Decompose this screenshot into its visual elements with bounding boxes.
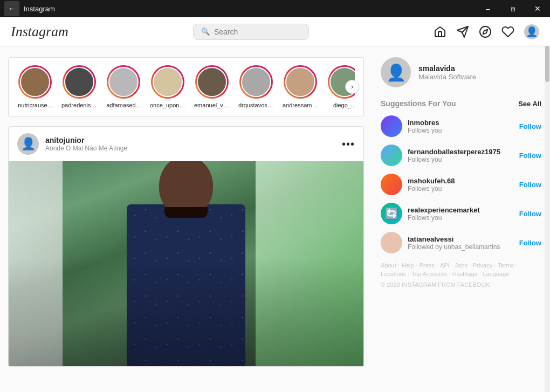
post-more-button[interactable]: ••• bbox=[342, 138, 355, 150]
suggestion-username: inmobres bbox=[408, 119, 514, 127]
profile-avatar-nav[interactable]: 👤 bbox=[524, 24, 539, 39]
post-user[interactable]: 👤 anitojunior Aonde O Mal Não Me Atinge bbox=[17, 133, 127, 155]
footer-link-terms[interactable]: Terms bbox=[498, 262, 517, 269]
story-item[interactable]: nutricrause... bbox=[17, 65, 53, 108]
svg-point-2 bbox=[480, 26, 491, 37]
sidebar-profile-info: smalavida Malavida Software bbox=[418, 64, 476, 81]
maximize-button[interactable]: ⧈ bbox=[500, 0, 525, 17]
footer-copyright: © 2020 INSTAGRAM FROM FACEBOOK bbox=[381, 281, 541, 288]
suggestion-item: mshokufeh.68 Follows you Follow bbox=[381, 174, 541, 195]
search-input[interactable] bbox=[214, 27, 301, 36]
story-username: nutricrause... bbox=[18, 102, 52, 108]
story-username: adfamased... bbox=[106, 102, 141, 108]
close-button[interactable]: ✕ bbox=[525, 0, 550, 17]
feed: nutricrause... padredenisri... adfamased… bbox=[0, 46, 372, 392]
footer-link-locations[interactable]: Locations bbox=[381, 271, 409, 277]
story-item[interactable]: adfamased... bbox=[106, 65, 141, 108]
scrollbar-track[interactable] bbox=[545, 46, 550, 392]
titlebar-controls: – ⧈ ✕ bbox=[476, 0, 550, 17]
follow-button[interactable]: Follow bbox=[519, 122, 541, 130]
story-item[interactable]: emanuel_ve... bbox=[194, 65, 230, 108]
story-username: padredenisri... bbox=[61, 102, 97, 108]
story-username: diego_... bbox=[333, 102, 355, 108]
story-avatar-ring bbox=[284, 65, 317, 99]
post-user-info: anitojunior Aonde O Mal Não Me Atinge bbox=[45, 136, 127, 152]
footer-link-language[interactable]: Language bbox=[483, 271, 509, 277]
post-image bbox=[9, 161, 363, 366]
story-avatar bbox=[241, 67, 271, 97]
stories-next-button[interactable]: › bbox=[345, 80, 359, 94]
nav-icons: 👤 bbox=[434, 24, 539, 39]
instagram-logo[interactable]: Instagram bbox=[11, 24, 68, 40]
suggestion-info: mshokufeh.68 Follows you bbox=[408, 177, 514, 192]
suggestion-item: tatianealvessi Followed by unhas_bellama… bbox=[381, 232, 541, 253]
main-content: nutricrause... padredenisri... adfamased… bbox=[0, 46, 550, 392]
explore-icon[interactable] bbox=[479, 25, 492, 38]
story-avatar bbox=[20, 67, 50, 97]
suggestion-username: fernandoballesterperez1975 bbox=[408, 148, 514, 156]
story-username: andressame... bbox=[283, 102, 318, 108]
suggestion-sub: Follows you bbox=[408, 214, 514, 222]
story-avatar bbox=[197, 67, 227, 97]
suggestion-avatar[interactable] bbox=[381, 174, 402, 195]
story-item[interactable]: andressame... bbox=[283, 65, 318, 108]
heart-icon[interactable] bbox=[501, 25, 514, 38]
suggestion-avatar[interactable] bbox=[381, 232, 402, 253]
sidebar-profile-avatar[interactable]: 👤 bbox=[381, 57, 411, 87]
footer-link-hashtags[interactable]: Hashtags bbox=[452, 271, 481, 277]
suggestion-username: tatianealvessi bbox=[408, 235, 514, 243]
back-button[interactable]: ← bbox=[4, 1, 19, 16]
footer-link-jobs[interactable]: Jobs bbox=[455, 262, 471, 269]
story-avatar-ring bbox=[195, 65, 229, 99]
suggestions-header: Suggestions For You See All bbox=[381, 99, 541, 108]
app-container: Instagram 🔍 bbox=[0, 17, 550, 392]
post: 👤 anitojunior Aonde O Mal Não Me Atinge … bbox=[8, 126, 364, 367]
story-avatar bbox=[108, 67, 139, 97]
story-username: drqustavost... bbox=[238, 102, 274, 108]
suggestion-item: 🔄 realexperiencemarket Follows you Follo… bbox=[381, 203, 541, 224]
footer-link-about[interactable]: About bbox=[381, 262, 400, 269]
search-bar[interactable]: 🔍 bbox=[193, 24, 309, 40]
suggestion-sub: Followed by unhas_bellamartins bbox=[408, 243, 514, 251]
footer-link-help[interactable]: Help bbox=[402, 262, 417, 269]
stories-scroll: nutricrause... padredenisri... adfamased… bbox=[17, 65, 355, 108]
post-header: 👤 anitojunior Aonde O Mal Não Me Atinge … bbox=[9, 127, 363, 161]
story-avatar-ring bbox=[18, 65, 52, 99]
home-icon[interactable] bbox=[434, 25, 446, 38]
suggestion-avatar[interactable]: 🔄 bbox=[381, 203, 402, 224]
story-item[interactable]: once_upon_... bbox=[150, 65, 185, 108]
story-avatar-ring bbox=[63, 65, 96, 99]
minimize-button[interactable]: – bbox=[476, 0, 500, 17]
follow-button[interactable]: Follow bbox=[519, 210, 541, 218]
story-avatar-ring bbox=[151, 65, 184, 99]
suggestion-avatar[interactable] bbox=[381, 145, 402, 166]
follow-button[interactable]: Follow bbox=[519, 239, 541, 247]
suggestions-title: Suggestions For You bbox=[381, 99, 456, 108]
footer-link-privacy[interactable]: Privacy bbox=[473, 262, 496, 269]
see-all-link[interactable]: See All bbox=[518, 100, 541, 108]
sidebar: 👤 smalavida Malavida Software Suggestion… bbox=[372, 46, 550, 392]
story-item[interactable]: drqustavost... bbox=[238, 65, 274, 108]
suggestion-info: tatianealvessi Followed by unhas_bellama… bbox=[408, 235, 514, 251]
footer-link-top-accounts[interactable]: Top Accounts bbox=[411, 271, 450, 277]
story-item[interactable]: padredenisri... bbox=[61, 65, 97, 108]
footer-link-api[interactable]: API bbox=[440, 262, 453, 269]
suggestion-avatar[interactable] bbox=[381, 115, 402, 137]
titlebar-left: ← Instagram bbox=[4, 1, 55, 16]
follow-button[interactable]: Follow bbox=[519, 181, 541, 189]
story-avatar-ring bbox=[239, 65, 273, 99]
suggestion-info: fernandoballesterperez1975 Follows you bbox=[408, 148, 514, 163]
titlebar: ← Instagram – ⧈ ✕ bbox=[0, 0, 550, 17]
post-subtitle: Aonde O Mal Não Me Atinge bbox=[45, 145, 127, 152]
footer-links: About Help Press API Jobs Privacy Terms … bbox=[381, 262, 541, 277]
follow-button[interactable]: Follow bbox=[519, 152, 541, 160]
suggestion-sub: Follows you bbox=[408, 156, 514, 163]
footer-link-press[interactable]: Press bbox=[420, 262, 438, 269]
send-icon[interactable] bbox=[456, 25, 469, 38]
scrollbar-thumb[interactable] bbox=[545, 46, 549, 82]
suggestion-info: realexperiencemarket Follows you bbox=[408, 206, 514, 222]
post-image-bg bbox=[9, 161, 363, 366]
suggestion-sub: Follows you bbox=[408, 185, 514, 192]
post-image-overlay bbox=[9, 258, 363, 366]
suggestion-item: fernandoballesterperez1975 Follows you F… bbox=[381, 145, 541, 166]
